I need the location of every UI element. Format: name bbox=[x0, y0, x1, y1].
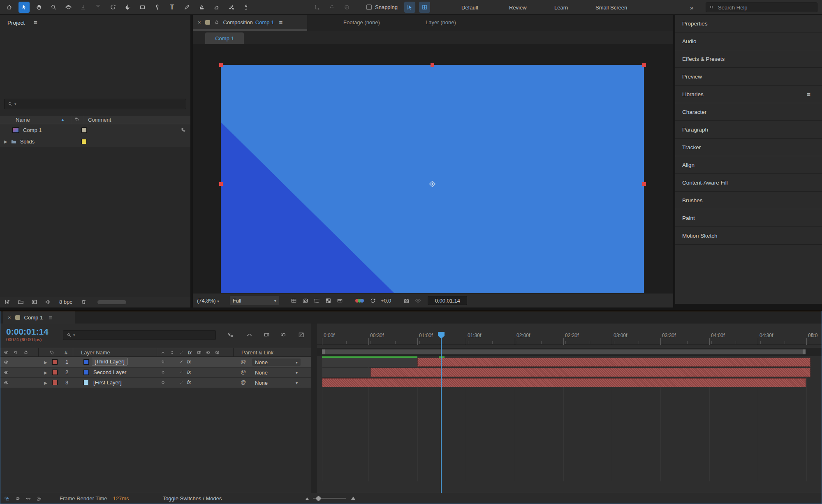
label-column-icon[interactable] bbox=[75, 117, 79, 122]
panel-item-content-aware-fill[interactable]: Content-Aware Fill bbox=[675, 174, 822, 192]
fx-badge[interactable]: fx bbox=[187, 369, 191, 375]
lock-column-icon[interactable] bbox=[23, 350, 28, 355]
brush-tool[interactable] bbox=[181, 2, 192, 13]
help-search-input[interactable] bbox=[717, 4, 814, 11]
project-search[interactable]: ▾ bbox=[4, 99, 186, 109]
channels-icon[interactable] bbox=[355, 299, 364, 303]
magnification-dropdown[interactable]: (74,8%) ▾ bbox=[197, 298, 219, 304]
panel-item-preview[interactable]: Preview bbox=[675, 68, 822, 86]
pickwhip-icon[interactable]: @ bbox=[241, 358, 246, 365]
snapping-checkbox[interactable] bbox=[366, 5, 372, 10]
screens-icon[interactable] bbox=[5, 496, 9, 501]
timeline-search[interactable]: ▾ bbox=[63, 330, 216, 340]
pan-camera-tool[interactable] bbox=[78, 2, 89, 13]
layer-name[interactable]: [Third Layer] bbox=[92, 358, 127, 365]
layer3-duration-bar[interactable] bbox=[322, 378, 806, 387]
timeline-search-input[interactable] bbox=[75, 332, 212, 339]
parent-dropdown[interactable]: None▾ bbox=[252, 369, 301, 376]
roto-brush-tool[interactable] bbox=[226, 2, 237, 13]
local-axis-mode-icon[interactable] bbox=[312, 2, 323, 13]
project-panel-menu-icon[interactable]: ≡ bbox=[34, 19, 37, 26]
camera-person-icon[interactable] bbox=[37, 496, 42, 501]
timeline-graph-area[interactable]: 0:00f 00:30f 01:00f 01:30f 02:00f 02:30f… bbox=[317, 324, 822, 493]
selection-handle-right[interactable] bbox=[642, 182, 646, 186]
composition-mini-flowchart-icon[interactable] bbox=[227, 332, 234, 338]
composition-canvas[interactable] bbox=[221, 65, 644, 293]
region-of-interest-icon[interactable] bbox=[314, 298, 320, 304]
label-color-chip[interactable] bbox=[52, 359, 58, 365]
time-ruler[interactable]: 0:00f 00:30f 01:00f 01:30f 02:00f 02:30f… bbox=[317, 332, 822, 345]
current-timecode[interactable]: 0:00:01:14 bbox=[6, 327, 49, 337]
layer-name[interactable]: [First Layer] bbox=[93, 379, 122, 386]
label-color-chip[interactable] bbox=[52, 370, 58, 375]
pane-splitter[interactable] bbox=[311, 324, 317, 493]
expand-arrow-icon[interactable]: ▶ bbox=[4, 139, 7, 144]
effects-switch-icon[interactable]: fx bbox=[188, 350, 192, 356]
layer2-duration-bar[interactable] bbox=[370, 368, 810, 377]
frame-blend-switch-icon[interactable] bbox=[197, 350, 201, 355]
column-parent-link[interactable]: Parent & Link bbox=[241, 349, 273, 356]
pickwhip-icon[interactable]: @ bbox=[241, 379, 246, 385]
sort-ascending-icon[interactable]: ▲ bbox=[61, 118, 65, 122]
new-composition-icon[interactable] bbox=[31, 299, 37, 305]
horizontal-scrollbar[interactable] bbox=[97, 300, 126, 304]
twirl-arrow-icon[interactable]: ▶ bbox=[44, 381, 47, 385]
zoom-out-mountain-icon[interactable] bbox=[306, 497, 309, 500]
layer-name[interactable]: Second Layer bbox=[93, 369, 126, 375]
layer-solid-swatch[interactable] bbox=[83, 380, 89, 385]
selection-handle-top-right[interactable] bbox=[642, 63, 646, 67]
shy-toggle-icon[interactable] bbox=[161, 380, 165, 385]
work-area-start-handle[interactable] bbox=[322, 349, 325, 354]
pan-behind-tool[interactable] bbox=[122, 2, 133, 13]
column-number[interactable]: # bbox=[65, 349, 67, 356]
exposure-offset-value[interactable]: +0,0 bbox=[381, 298, 391, 304]
comp-sub-tab[interactable]: Comp 1 bbox=[205, 32, 244, 44]
collapse-switch-icon[interactable] bbox=[170, 350, 174, 355]
overlap-shapes-icon[interactable] bbox=[15, 496, 20, 501]
frame-blending-icon[interactable] bbox=[264, 332, 270, 338]
panel-item-effects-presets[interactable]: Effects & Presets bbox=[675, 50, 822, 68]
footage-viewer-tab[interactable]: Footage (none) bbox=[343, 19, 380, 25]
view-axis-mode-icon[interactable] bbox=[341, 2, 352, 13]
layer-solid-swatch[interactable] bbox=[83, 370, 89, 375]
shy-toggle-icon[interactable] bbox=[161, 360, 165, 364]
video-column-icon[interactable] bbox=[4, 350, 9, 355]
pixel-aspect-icon[interactable] bbox=[337, 298, 343, 304]
selection-handle-top-left[interactable] bbox=[219, 63, 223, 67]
quality-switch-icon[interactable] bbox=[179, 350, 183, 355]
panel-item-brushes[interactable]: Brushes bbox=[675, 192, 822, 209]
workspace-tab-review[interactable]: Review bbox=[509, 0, 527, 15]
parent-dropdown[interactable]: None▾ bbox=[252, 358, 301, 366]
workspace-tab-learn[interactable]: Learn bbox=[554, 0, 568, 15]
close-icon[interactable]: × bbox=[198, 19, 201, 25]
eye-icon[interactable] bbox=[4, 370, 9, 375]
project-item-name[interactable]: Solids bbox=[20, 139, 35, 145]
layer-row-2[interactable]: ▶ 2 Second Layer fx @ None▾ bbox=[0, 368, 311, 377]
preview-timecode[interactable]: 0:00:01:14 bbox=[428, 296, 467, 305]
layer1-duration-bar[interactable] bbox=[417, 358, 810, 367]
resolution-dropdown[interactable]: Full▾ bbox=[230, 296, 279, 305]
motion-blur-switch-icon[interactable] bbox=[206, 350, 211, 355]
motion-blur-icon[interactable] bbox=[280, 332, 286, 338]
layer-row-1[interactable]: ▶ 1 [Third Layer] fx @ None▾ bbox=[0, 357, 311, 367]
color-depth-button[interactable]: 8 bpc bbox=[59, 299, 72, 305]
column-name[interactable]: Name bbox=[16, 117, 30, 123]
orbit-camera-tool[interactable] bbox=[63, 2, 74, 13]
work-area-end-handle[interactable] bbox=[803, 349, 806, 354]
work-area-bar[interactable] bbox=[322, 349, 806, 354]
mask-visibility-icon[interactable] bbox=[302, 298, 308, 304]
anchor-point-icon[interactable] bbox=[429, 180, 436, 187]
panel-item-properties[interactable]: Properties bbox=[675, 15, 822, 32]
workspace-tab-small-screen[interactable]: Small Screen bbox=[595, 0, 627, 15]
flowchart-icon[interactable] bbox=[181, 127, 186, 132]
panel-item-align[interactable]: Align bbox=[675, 156, 822, 174]
clone-stamp-tool[interactable] bbox=[196, 2, 207, 13]
selection-handle-left[interactable] bbox=[219, 182, 223, 186]
3d-switch-icon[interactable] bbox=[215, 350, 220, 355]
layer-solid-swatch[interactable] bbox=[83, 359, 89, 365]
panel-item-character[interactable]: Character bbox=[675, 103, 822, 121]
quality-toggle-icon[interactable] bbox=[179, 380, 183, 385]
project-row-comp1[interactable]: Comp 1 bbox=[0, 124, 190, 136]
reset-exposure-icon[interactable] bbox=[370, 298, 376, 304]
quality-toggle-icon[interactable] bbox=[179, 360, 183, 364]
